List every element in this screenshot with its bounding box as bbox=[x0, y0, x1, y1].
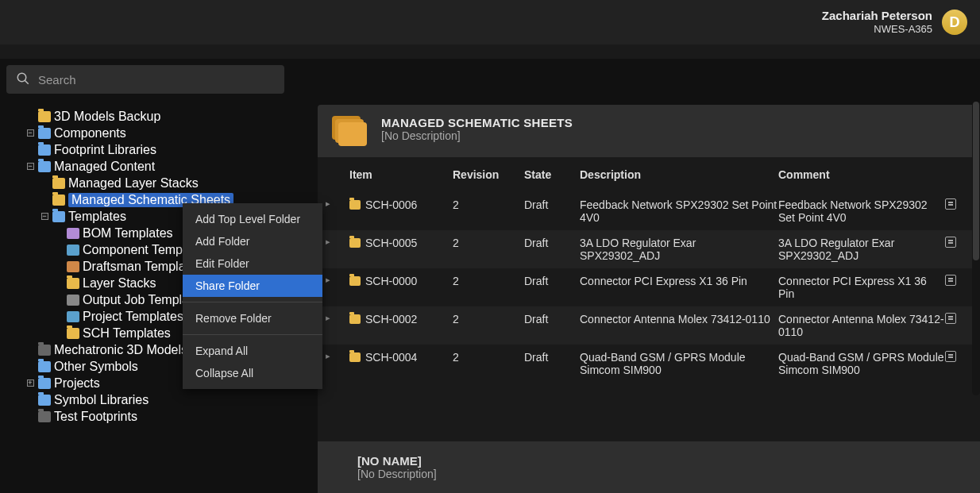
row-expand-icon[interactable]: ▸ bbox=[326, 198, 335, 209]
tree-item[interactable]: Symbol Libraries bbox=[0, 391, 318, 408]
file-icon bbox=[349, 314, 361, 324]
menu-item[interactable]: Edit Folder bbox=[183, 252, 322, 275]
search-input[interactable] bbox=[38, 73, 275, 87]
tree-spacer bbox=[25, 345, 35, 355]
tree-item[interactable]: −Managed Content bbox=[0, 158, 318, 175]
scrollbar-thumb[interactable] bbox=[973, 102, 979, 260]
folder-icon bbox=[38, 361, 51, 372]
tree-item-label: Other Symbols bbox=[54, 360, 138, 374]
card-icon[interactable] bbox=[945, 237, 956, 248]
cell-comment: Connector PCI Express X1 36 Pin bbox=[778, 275, 945, 300]
tree-item[interactable]: −Components bbox=[0, 125, 318, 141]
col-revision[interactable]: Revision bbox=[453, 168, 524, 181]
panel-title: MANAGED SCHEMATIC SHEETS bbox=[381, 116, 573, 129]
tree-item[interactable]: Test Footprints bbox=[0, 408, 318, 425]
tree-item[interactable]: 3D Models Backup bbox=[0, 108, 318, 125]
menu-item[interactable]: Share Folder bbox=[183, 275, 322, 297]
cell-description: Feedback Network SPX29302 Set Point 4V0 bbox=[580, 198, 778, 224]
cell-state: Draft bbox=[524, 313, 580, 325]
cell-comment: Quad-Band GSM / GPRS Module Simcom SIM90… bbox=[778, 351, 945, 376]
context-menu[interactable]: Add Top Level FolderAdd FolderEdit Folde… bbox=[183, 203, 322, 389]
tree-item-label: SCH Templates bbox=[83, 326, 171, 341]
cell-item: SCH-0004 bbox=[365, 351, 417, 364]
collapse-icon[interactable]: − bbox=[25, 162, 35, 171]
user-name: Zachariah Peterson bbox=[822, 9, 932, 23]
expand-icon[interactable]: + bbox=[25, 379, 35, 388]
scrollbar-track[interactable] bbox=[972, 102, 980, 395]
search-box[interactable] bbox=[6, 65, 284, 94]
tree-item[interactable]: Footprint Libraries bbox=[0, 141, 318, 158]
row-expand-icon[interactable]: ▸ bbox=[326, 237, 335, 247]
card-icon[interactable] bbox=[945, 275, 956, 286]
table-row[interactable]: ▸SCH-00022DraftConnector Antenna Molex 7… bbox=[318, 306, 980, 345]
tree-spacer bbox=[40, 195, 49, 205]
table-row[interactable]: ▸SCH-00002DraftConnector PCI Express X1 … bbox=[318, 268, 980, 306]
folder-stack-icon bbox=[338, 122, 367, 146]
tree-spacer bbox=[54, 229, 64, 238]
tree-spacer bbox=[25, 395, 35, 405]
table-row[interactable]: ▸SCH-00042DraftQuad-Band GSM / GPRS Modu… bbox=[318, 345, 980, 383]
row-expand-icon[interactable]: ▸ bbox=[326, 275, 335, 285]
tree-spacer bbox=[40, 179, 49, 188]
menu-item[interactable]: Expand All bbox=[183, 340, 322, 362]
tree-item-label: Managed Layer Stacks bbox=[68, 176, 199, 191]
folder-icon bbox=[67, 278, 79, 289]
cell-revision: 2 bbox=[453, 237, 524, 249]
tree-spacer bbox=[25, 112, 35, 121]
folder-icon bbox=[67, 311, 79, 322]
collapse-icon[interactable]: − bbox=[25, 129, 35, 138]
cell-comment: 3A LDO Regulator Exar SPX29302_ADJ bbox=[778, 237, 945, 262]
menu-item[interactable]: Collapse All bbox=[183, 362, 322, 384]
folder-icon bbox=[67, 261, 79, 272]
col-comment[interactable]: Comment bbox=[778, 168, 945, 181]
card-icon[interactable] bbox=[945, 198, 956, 210]
tree-spacer bbox=[54, 262, 64, 272]
menu-item[interactable]: Remove Folder bbox=[183, 307, 322, 329]
tree-spacer bbox=[25, 362, 35, 372]
content-panel: MANAGED SCHEMATIC SHEETS [No Description… bbox=[318, 105, 980, 493]
cell-item: SCH-0002 bbox=[365, 313, 417, 325]
panel-subtitle: [No Description] bbox=[381, 129, 573, 142]
user-block[interactable]: Zachariah Peterson NWES-A365 D bbox=[822, 9, 967, 36]
tree-item[interactable]: Managed Layer Stacks bbox=[0, 175, 318, 191]
table-row[interactable]: ▸SCH-00052Draft3A LDO Regulator Exar SPX… bbox=[318, 230, 980, 268]
folder-icon bbox=[67, 328, 79, 339]
folder-icon bbox=[38, 128, 51, 139]
items-table: Item Revision State Description Comment … bbox=[318, 157, 980, 493]
tree-item-label: Mechatronic 3D Models bbox=[54, 343, 187, 357]
tree-item-label: 3D Models Backup bbox=[54, 110, 160, 124]
tree-spacer bbox=[54, 279, 64, 288]
tree-item-label: Managed Content bbox=[54, 160, 155, 174]
row-expand-icon[interactable]: ▸ bbox=[326, 351, 335, 361]
table-row[interactable]: ▸SCH-00062DraftFeedback Network SPX29302… bbox=[318, 192, 980, 230]
content-header: MANAGED SCHEMATIC SHEETS [No Description… bbox=[318, 105, 980, 157]
card-icon[interactable] bbox=[945, 313, 956, 324]
col-description[interactable]: Description bbox=[580, 168, 778, 181]
cell-item: SCH-0006 bbox=[365, 198, 417, 211]
menu-item[interactable]: Add Folder bbox=[183, 230, 322, 252]
menu-item[interactable]: Add Top Level Folder bbox=[183, 208, 322, 230]
user-org: NWES-A365 bbox=[822, 23, 932, 36]
cell-revision: 2 bbox=[453, 198, 524, 211]
col-item[interactable]: Item bbox=[349, 168, 453, 181]
col-state[interactable]: State bbox=[524, 168, 580, 181]
row-expand-icon[interactable]: ▸ bbox=[326, 313, 335, 323]
folder-icon bbox=[38, 411, 51, 422]
collapse-icon[interactable]: − bbox=[40, 212, 49, 221]
folder-icon bbox=[52, 178, 65, 189]
detail-subtitle: [No Description] bbox=[357, 468, 966, 480]
user-text: Zachariah Peterson NWES-A365 bbox=[822, 9, 932, 36]
file-icon bbox=[349, 352, 361, 362]
tree-item-label: Test Footprints bbox=[54, 410, 137, 424]
card-icon[interactable] bbox=[945, 351, 956, 362]
tree-spacer bbox=[54, 295, 64, 305]
folder-icon bbox=[38, 378, 51, 389]
tree-item-label: Layer Stacks bbox=[83, 276, 156, 291]
avatar[interactable]: D bbox=[942, 10, 967, 35]
cell-state: Draft bbox=[524, 198, 580, 211]
table-header: Item Revision State Description Comment bbox=[318, 157, 980, 192]
menu-separator bbox=[183, 302, 322, 302]
folder-icon bbox=[52, 195, 65, 206]
svg-line-1 bbox=[25, 80, 29, 84]
file-icon bbox=[349, 238, 361, 248]
